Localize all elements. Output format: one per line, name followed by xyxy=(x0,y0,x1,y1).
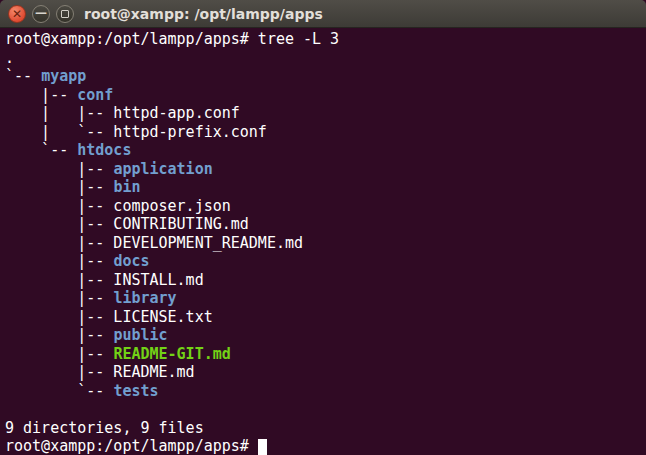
terminal-line: |-- public xyxy=(5,326,646,345)
terminal-text: 9 directories, 9 files xyxy=(5,419,204,437)
terminal-text: |-- xyxy=(5,345,113,363)
terminal-line: |-- docs xyxy=(5,252,646,271)
terminal-line: . xyxy=(5,49,646,68)
terminal-line: |-- LICENSE.txt xyxy=(5,308,646,327)
terminal-text: |-- LICENSE.txt xyxy=(5,308,213,326)
terminal-line: |-- library xyxy=(5,289,646,308)
terminal-line: | |-- httpd-app.conf xyxy=(5,104,646,123)
minimize-button[interactable]: — xyxy=(32,5,50,23)
terminal-line: |-- composer.json xyxy=(5,197,646,216)
directory-name: docs xyxy=(113,252,149,270)
terminal-text: |-- composer.json xyxy=(5,197,231,215)
terminal-line: |-- INSTALL.md xyxy=(5,271,646,290)
terminal-line: root@xampp:/opt/lampp/apps# xyxy=(5,437,646,455)
window-title: root@xampp: /opt/lampp/apps xyxy=(84,6,323,22)
terminal-line: |-- README.md xyxy=(5,363,646,382)
terminal-line: |-- CONTRIBUTING.md xyxy=(5,215,646,234)
terminal-line xyxy=(5,400,646,419)
minimize-icon: — xyxy=(35,7,47,19)
terminal-text: root@xampp:/opt/lampp/apps# tree -L 3 xyxy=(5,30,339,48)
terminal-text: |-- xyxy=(5,160,113,178)
close-icon: ✕ xyxy=(12,8,22,20)
maximize-icon xyxy=(61,10,69,18)
terminal-text: | |-- httpd-app.conf xyxy=(5,104,240,122)
terminal-line: 9 directories, 9 files xyxy=(5,419,646,438)
terminal-text: |-- xyxy=(5,178,113,196)
terminal-text: . xyxy=(5,49,14,67)
terminal-text: |-- xyxy=(5,86,77,104)
terminal-text: |-- CONTRIBUTING.md xyxy=(5,215,249,233)
terminal-text: |-- README.md xyxy=(5,363,195,381)
terminal-text: | `-- httpd-prefix.conf xyxy=(5,123,267,141)
terminal-text: |-- xyxy=(5,326,113,344)
terminal-line: `-- htdocs xyxy=(5,141,646,160)
terminal-line: root@xampp:/opt/lampp/apps# tree -L 3 xyxy=(5,30,646,49)
terminal-text: |-- INSTALL.md xyxy=(5,271,204,289)
terminal-window: ✕ — root@xampp: /opt/lampp/apps root@xam… xyxy=(0,0,646,455)
maximize-button[interactable] xyxy=(56,5,74,23)
terminal-text: |-- DEVELOPMENT_README.md xyxy=(5,234,303,252)
terminal-line: `-- tests xyxy=(5,382,646,401)
terminal-line: | `-- httpd-prefix.conf xyxy=(5,123,646,142)
terminal-text: `-- xyxy=(5,382,113,400)
terminal-line: `-- myapp xyxy=(5,67,646,86)
titlebar[interactable]: ✕ — root@xampp: /opt/lampp/apps xyxy=(0,0,646,28)
terminal-text: root@xampp:/opt/lampp/apps# xyxy=(5,437,258,455)
directory-name: public xyxy=(113,326,167,344)
terminal-text: `-- xyxy=(5,141,77,159)
terminal-line: |-- bin xyxy=(5,178,646,197)
terminal-cursor xyxy=(258,439,267,455)
close-button[interactable]: ✕ xyxy=(8,5,26,23)
directory-name: bin xyxy=(113,178,140,196)
terminal-text: `-- xyxy=(5,67,41,85)
terminal-text: |-- xyxy=(5,289,113,307)
terminal-line: |-- application xyxy=(5,160,646,179)
terminal-line: |-- DEVELOPMENT_README.md xyxy=(5,234,646,253)
terminal-line: |-- README-GIT.md xyxy=(5,345,646,364)
terminal-text: |-- xyxy=(5,252,113,270)
directory-name: myapp xyxy=(41,67,86,85)
directory-name: library xyxy=(113,289,176,307)
terminal-line: |-- conf xyxy=(5,86,646,105)
window-controls: ✕ — xyxy=(8,5,74,23)
directory-name: conf xyxy=(77,86,113,104)
directory-name: htdocs xyxy=(77,141,131,159)
directory-name: tests xyxy=(113,382,158,400)
directory-name: application xyxy=(113,160,212,178)
terminal-body[interactable]: root@xampp:/opt/lampp/apps# tree -L 3.`-… xyxy=(0,28,646,455)
executable-file-name: README-GIT.md xyxy=(113,345,230,363)
